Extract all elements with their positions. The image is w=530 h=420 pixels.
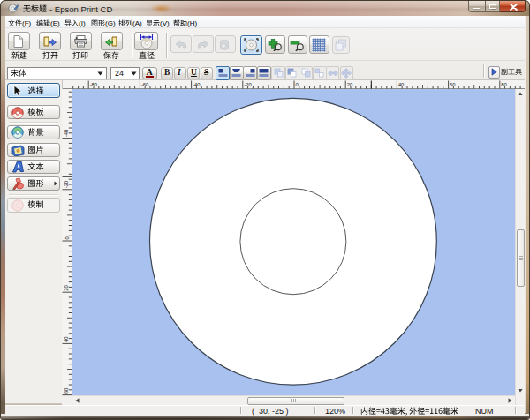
svg-text:-60: -60 [141,82,148,87]
svg-text:-40: -40 [193,82,200,87]
svg-text:-80: -80 [90,82,97,87]
svg-text:40: 40 [64,336,70,341]
svg-text:20: 20 [347,82,352,87]
svg-text:0: 0 [64,236,70,239]
svg-text:-40: -40 [64,130,70,137]
svg-text:-20: -20 [244,82,251,87]
svg-text:60: 60 [450,82,455,87]
svg-text:60: 60 [64,388,70,394]
svg-text:20: 20 [64,285,70,290]
svg-text:80: 80 [501,82,506,87]
svg-text:40: 40 [398,82,404,87]
svg-text:0: 0 [296,82,299,87]
svg-text:-20: -20 [64,181,70,188]
